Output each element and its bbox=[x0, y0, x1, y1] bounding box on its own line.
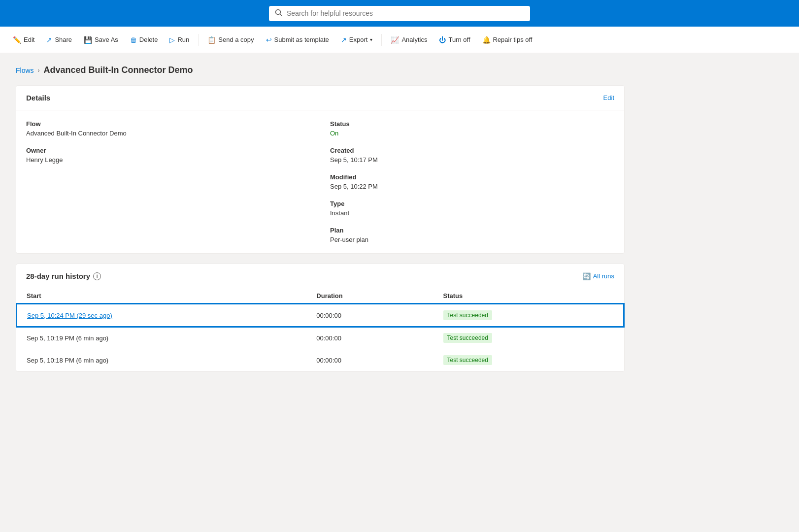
top-bar bbox=[0, 0, 799, 27]
status-label: Status bbox=[330, 120, 614, 128]
type-value: Instant bbox=[330, 209, 614, 217]
export-chevron-icon: ▾ bbox=[370, 37, 372, 42]
main-content: Flows › Advanced Built-In Connector Demo… bbox=[0, 53, 640, 394]
detail-flow: Flow Advanced Built-In Connector Demo bbox=[26, 120, 310, 137]
detail-type: Type Instant bbox=[330, 200, 614, 217]
turn-off-button[interactable]: ⏻ Turn off bbox=[434, 33, 475, 47]
run-duration-2: 00:00:00 bbox=[306, 349, 433, 371]
run-start-2[interactable]: Sep 5, 10:18 PM (6 min ago) bbox=[17, 349, 306, 371]
run-button[interactable]: ▷ Run bbox=[165, 33, 194, 47]
search-icon bbox=[275, 9, 283, 18]
toolbar-divider-2 bbox=[381, 34, 382, 46]
edit-icon: ✏️ bbox=[13, 36, 21, 44]
plan-label: Plan bbox=[330, 227, 614, 234]
owner-value: Henry Legge bbox=[26, 156, 310, 164]
edit-button[interactable]: ✏️ Edit bbox=[8, 33, 39, 47]
details-edit-link[interactable]: Edit bbox=[603, 94, 614, 101]
run-history-header: 28-day run history i 🔄 All runs bbox=[16, 264, 624, 288]
run-duration-1: 00:00:00 bbox=[306, 327, 433, 349]
run-table-header: Start Duration Status bbox=[17, 288, 624, 304]
run-start-0[interactable]: Sep 5, 10:24 PM (29 sec ago) bbox=[17, 304, 306, 327]
svg-line-1 bbox=[280, 14, 282, 16]
details-card-header: Details Edit bbox=[16, 86, 624, 110]
detail-owner: Owner Henry Legge bbox=[26, 147, 310, 164]
breadcrumb-current: Advanced Built-In Connector Demo bbox=[44, 65, 193, 75]
breadcrumb-flows-link[interactable]: Flows bbox=[16, 66, 34, 74]
created-label: Created bbox=[330, 147, 614, 154]
run-start-1[interactable]: Sep 5, 10:19 PM (6 min ago) bbox=[17, 327, 306, 349]
run-history-info-icon[interactable]: i bbox=[93, 272, 101, 280]
bell-icon: 🔔 bbox=[482, 36, 491, 44]
search-box[interactable] bbox=[269, 6, 530, 21]
run-history-title-text: 28-day run history bbox=[26, 272, 90, 280]
delete-icon: 🗑 bbox=[130, 36, 137, 44]
breadcrumb-separator: › bbox=[38, 67, 40, 74]
status-badge-1: Test succeeded bbox=[443, 333, 492, 343]
run-history-tbody: Sep 5, 10:24 PM (29 sec ago)00:00:00Test… bbox=[17, 304, 624, 371]
share-button[interactable]: ↗ Share bbox=[41, 33, 77, 47]
run-table-row[interactable]: Sep 5, 10:18 PM (6 min ago)00:00:00Test … bbox=[17, 349, 624, 371]
flow-value: Advanced Built-In Connector Demo bbox=[26, 130, 310, 137]
save-as-button[interactable]: 💾 Save As bbox=[79, 33, 123, 47]
type-label: Type bbox=[330, 200, 614, 207]
details-card: Details Edit Flow Advanced Built-In Conn… bbox=[16, 85, 625, 254]
all-runs-link[interactable]: 🔄 All runs bbox=[582, 272, 614, 280]
send-copy-icon: 📋 bbox=[207, 36, 216, 44]
search-input[interactable] bbox=[287, 9, 524, 17]
submit-template-button[interactable]: ↩ Submit as template bbox=[261, 33, 334, 47]
toolbar: ✏️ Edit ↗ Share 💾 Save As 🗑 Delete ▷ Run… bbox=[0, 27, 799, 53]
detail-plan: Plan Per-user plan bbox=[330, 227, 614, 243]
run-icon: ▷ bbox=[169, 36, 175, 44]
send-copy-button[interactable]: 📋 Send a copy bbox=[202, 33, 259, 47]
plan-value: Per-user plan bbox=[330, 236, 614, 243]
delete-button[interactable]: 🗑 Delete bbox=[125, 33, 163, 47]
details-card-title: Details bbox=[26, 94, 50, 102]
submit-template-icon: ↩ bbox=[266, 36, 272, 44]
created-value: Sep 5, 10:17 PM bbox=[330, 156, 614, 164]
run-history-card: 28-day run history i 🔄 All runs Start Du… bbox=[16, 264, 625, 372]
repair-tips-button[interactable]: 🔔 Repair tips off bbox=[477, 33, 537, 47]
save-icon: 💾 bbox=[84, 36, 92, 44]
run-table-row[interactable]: Sep 5, 10:19 PM (6 min ago)00:00:00Test … bbox=[17, 327, 624, 349]
modified-value: Sep 5, 10:22 PM bbox=[330, 183, 614, 190]
run-history-table: Start Duration Status Sep 5, 10:24 PM (2… bbox=[16, 288, 624, 371]
run-table-row[interactable]: Sep 5, 10:24 PM (29 sec ago)00:00:00Test… bbox=[17, 304, 624, 327]
run-status-1: Test succeeded bbox=[433, 327, 624, 349]
detail-status: Status On bbox=[330, 120, 614, 137]
export-button[interactable]: ↗ Export ▾ bbox=[336, 33, 378, 47]
col-duration: Duration bbox=[306, 288, 433, 304]
run-status-0: Test succeeded bbox=[433, 304, 624, 327]
status-value: On bbox=[330, 130, 614, 137]
breadcrumb: Flows › Advanced Built-In Connector Demo bbox=[16, 65, 625, 75]
details-grid: Flow Advanced Built-In Connector Demo Ow… bbox=[26, 120, 614, 243]
export-icon: ↗ bbox=[341, 36, 347, 44]
detail-created: Created Sep 5, 10:17 PM bbox=[330, 147, 614, 164]
power-icon: ⏻ bbox=[439, 36, 446, 44]
analytics-icon: 📈 bbox=[391, 36, 399, 44]
details-card-body: Flow Advanced Built-In Connector Demo Ow… bbox=[16, 110, 624, 253]
refresh-icon: 🔄 bbox=[582, 272, 591, 280]
owner-label: Owner bbox=[26, 147, 310, 154]
analytics-button[interactable]: 📈 Analytics bbox=[386, 33, 432, 47]
run-history-title: 28-day run history i bbox=[26, 272, 101, 280]
col-status: Status bbox=[433, 288, 624, 304]
detail-modified: Modified Sep 5, 10:22 PM bbox=[330, 173, 614, 190]
status-badge-0: Test succeeded bbox=[443, 310, 492, 320]
share-icon: ↗ bbox=[46, 36, 52, 44]
run-status-2: Test succeeded bbox=[433, 349, 624, 371]
run-start-link-0[interactable]: Sep 5, 10:24 PM (29 sec ago) bbox=[27, 312, 112, 319]
status-badge-2: Test succeeded bbox=[443, 355, 492, 365]
run-duration-0: 00:00:00 bbox=[306, 304, 433, 327]
col-start: Start bbox=[17, 288, 306, 304]
toolbar-divider-1 bbox=[198, 34, 199, 46]
modified-label: Modified bbox=[330, 173, 614, 181]
flow-label: Flow bbox=[26, 120, 310, 128]
